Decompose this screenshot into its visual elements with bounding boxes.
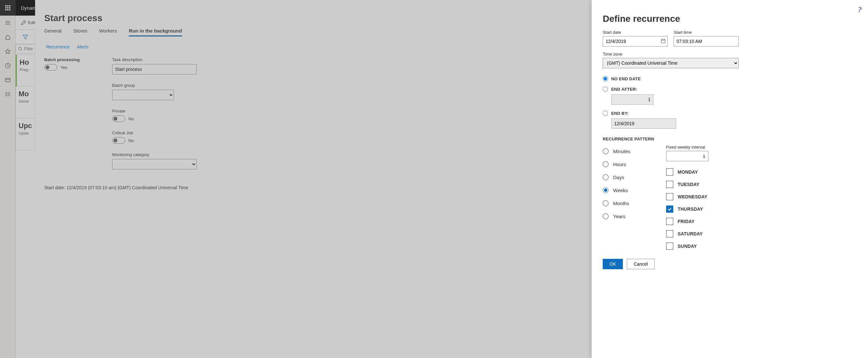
- end-after-radio[interactable]: [603, 87, 608, 92]
- tile-sub: Gene: [19, 99, 32, 104]
- list-icon[interactable]: [0, 87, 16, 101]
- monitoring-category-label: Monitoring category: [112, 152, 197, 157]
- dialog-title: Start process: [35, 0, 593, 28]
- hours-label: Hours: [613, 161, 626, 167]
- days-label: Days: [613, 175, 624, 180]
- svg-rect-7: [7, 9, 8, 10]
- minutes-radio-row[interactable]: Minutes: [603, 145, 630, 158]
- waffle-icon[interactable]: [0, 0, 16, 16]
- end-by-input[interactable]: [611, 118, 676, 129]
- svg-line-14: [8, 66, 9, 66]
- critical-job-toggle[interactable]: No: [112, 137, 197, 144]
- svg-point-21: [5, 96, 6, 96]
- svg-rect-15: [5, 78, 10, 82]
- private-toggle[interactable]: No: [112, 115, 197, 122]
- list-item[interactable]: Upc Upda: [16, 118, 35, 150]
- svg-point-19: [5, 94, 6, 95]
- recurrence-title: Define recurrence: [603, 0, 857, 30]
- end-after-input[interactable]: [611, 94, 653, 105]
- list-item[interactable]: Mo Gene: [16, 87, 35, 118]
- no-end-date-radio[interactable]: [603, 76, 608, 81]
- tile-sub: Upda: [19, 131, 32, 136]
- time-zone-label: Time zone: [603, 52, 857, 57]
- toggle-value: No: [128, 138, 134, 143]
- days-radio-row[interactable]: Days: [603, 171, 630, 184]
- wednesday-label: Wednesday: [678, 194, 708, 199]
- funnel-icon: [23, 34, 28, 40]
- start-date-input[interactable]: [603, 36, 668, 47]
- saturday-checkbox-row[interactable]: Saturday: [666, 228, 708, 240]
- saturday-label: Saturday: [678, 231, 703, 236]
- sunday-checkbox-row[interactable]: Sunday: [666, 240, 708, 252]
- thursday-checkbox-row[interactable]: Thursday: [666, 203, 708, 215]
- wednesday-checkbox-row[interactable]: Wednesday: [666, 190, 708, 203]
- thursday-label: Thursday: [678, 207, 703, 212]
- svg-rect-3: [5, 7, 6, 8]
- ok-button[interactable]: OK: [603, 259, 623, 269]
- batch-processing-toggle[interactable]: Yes: [44, 64, 80, 70]
- subtab-alerts[interactable]: Alerts: [77, 44, 88, 51]
- task-description-label: Task description: [112, 57, 197, 62]
- svg-rect-6: [5, 9, 6, 10]
- friday-checkbox-row[interactable]: Friday: [666, 215, 708, 228]
- months-label: Months: [613, 201, 629, 206]
- home-icon[interactable]: [0, 30, 16, 44]
- svg-point-25: [19, 47, 22, 50]
- start-process-dialog: Start process General Stores Workers Run…: [35, 0, 593, 358]
- time-zone-select[interactable]: (GMT) Coordinated Universal Time: [603, 58, 739, 68]
- filter-input[interactable]: [24, 46, 33, 51]
- sub-tabs: Recurrence Alerts: [35, 40, 593, 56]
- toggle-switch: [112, 137, 125, 144]
- module-icon[interactable]: [0, 73, 16, 87]
- filter-bar[interactable]: [16, 30, 35, 44]
- interval-input[interactable]: [666, 151, 708, 161]
- star-icon[interactable]: [0, 44, 16, 59]
- subtab-recurrence[interactable]: Recurrence: [46, 44, 69, 51]
- list-item[interactable]: Ho Prep: [16, 55, 35, 87]
- start-date-label: Start date: [603, 30, 668, 35]
- hours-radio-row[interactable]: Hours: [603, 158, 630, 171]
- no-end-date-label: No end date: [611, 77, 641, 81]
- weeks-radio-row[interactable]: Weeks: [603, 184, 630, 197]
- end-by-radio[interactable]: [603, 111, 608, 116]
- filter-input-wrap[interactable]: [16, 44, 35, 53]
- dialog-tabs: General Stores Workers Run in the backgr…: [35, 28, 593, 40]
- tile-title: Upc: [19, 122, 32, 130]
- svg-rect-2: [9, 5, 10, 6]
- svg-rect-8: [9, 9, 10, 10]
- tab-run-in-background[interactable]: Run in the background: [129, 28, 182, 36]
- left-nav: [0, 16, 16, 358]
- start-time-input[interactable]: [674, 36, 739, 47]
- task-description-input[interactable]: [112, 64, 197, 74]
- monday-checkbox-row[interactable]: Monday: [666, 166, 708, 178]
- calendar-icon[interactable]: [660, 38, 666, 44]
- tile-sub: Prep: [20, 67, 32, 72]
- tab-workers[interactable]: Workers: [99, 28, 117, 36]
- tile-title: Mo: [19, 90, 32, 98]
- batch-group-select[interactable]: [112, 90, 174, 100]
- years-radio-row[interactable]: Years: [603, 210, 630, 223]
- sunday-label: Sunday: [678, 243, 697, 249]
- end-after-label: End after:: [611, 87, 637, 92]
- private-label: Private: [112, 109, 197, 114]
- recurrence-pattern-header: Recurrence pattern: [603, 137, 857, 142]
- svg-rect-0: [5, 5, 6, 6]
- toggle-switch: [44, 64, 57, 70]
- clock-icon[interactable]: [0, 59, 16, 73]
- minutes-label: Minutes: [613, 149, 630, 154]
- tile-title: Ho: [20, 58, 32, 67]
- help-icon[interactable]: ?: [858, 5, 862, 14]
- tab-stores[interactable]: Stores: [73, 28, 87, 36]
- edit-label: Edit: [28, 20, 35, 25]
- monitoring-category-select[interactable]: [112, 159, 197, 170]
- tuesday-label: Tuesday: [678, 182, 700, 187]
- hamburger-icon[interactable]: [0, 16, 16, 30]
- cancel-button[interactable]: Cancel: [627, 259, 655, 269]
- monday-label: Monday: [678, 170, 698, 175]
- tab-general[interactable]: General: [44, 28, 61, 36]
- interval-label: Fixed weekly interval: [666, 145, 708, 150]
- edit-button[interactable]: Edit: [19, 17, 37, 29]
- svg-rect-27: [661, 39, 665, 43]
- tuesday-checkbox-row[interactable]: Tuesday: [666, 178, 708, 190]
- months-radio-row[interactable]: Months: [603, 197, 630, 210]
